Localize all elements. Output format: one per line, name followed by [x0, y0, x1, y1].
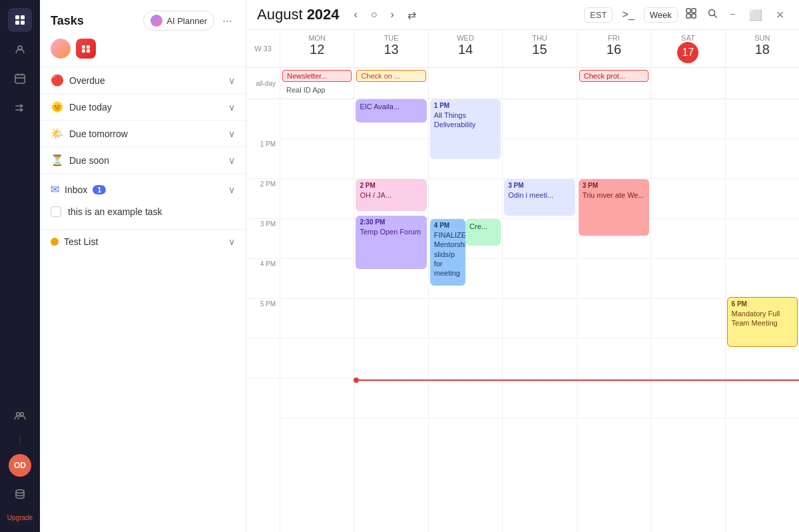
triumverate-event[interactable]: 3 PM Triu mver ate We...	[579, 179, 649, 236]
next-btn[interactable]: ›	[387, 6, 398, 23]
terminal-btn[interactable]: >_	[618, 6, 638, 23]
due-today-label: Due today	[69, 102, 112, 113]
maximize-btn[interactable]: ⬜	[745, 7, 766, 23]
calendar-month: August	[257, 6, 303, 23]
check-on-event[interactable]: Check on ...	[356, 70, 425, 82]
prev-btn[interactable]: ‹	[350, 6, 362, 23]
today-btn[interactable]: ○	[367, 6, 382, 23]
day-header-sun: SUN 18	[725, 30, 799, 67]
ai-planner-icon	[150, 15, 162, 27]
svg-rect-9	[82, 45, 85, 49]
nav-storage-icon[interactable]	[8, 482, 32, 506]
titlebar-left: August 2024 ‹ ○ › ⇄	[257, 6, 420, 24]
day-col-fri: 3 PM Triu mver ate We...	[577, 99, 651, 532]
task-checkbox[interactable]	[51, 206, 61, 217]
svg-point-6	[17, 413, 20, 416]
check-prot-event[interactable]: Check prot...	[579, 70, 649, 82]
minimize-btn[interactable]: −	[726, 7, 740, 22]
test-list-label: Test List	[64, 236, 98, 247]
week-number: W 33	[246, 30, 280, 67]
time-slot-1pm: 1 PM	[246, 139, 280, 179]
grid-view-btn[interactable]	[683, 5, 699, 24]
day-header-fri: FRI 16	[577, 30, 651, 67]
eic-available-title: EIC Availa...	[360, 102, 422, 111]
odin-title: Odin i meeti...	[508, 190, 571, 200]
sidebar: Tasks AI Planner ··· 🔴 Overdue ∨ 🌞	[40, 0, 246, 532]
time-slot-5pm: 5 PM	[246, 299, 280, 339]
svg-rect-11	[82, 49, 85, 53]
day-header-thu: THU 15	[502, 30, 576, 67]
due-today-header[interactable]: 🌞 Due today ∨	[40, 94, 246, 120]
svg-rect-1	[21, 15, 25, 19]
day-col-mon	[280, 99, 354, 532]
list-icons	[40, 39, 246, 67]
left-navigation: OD Upgrade	[0, 0, 40, 532]
due-tomorrow-section: 🌤️ Due tomorrow ∨	[40, 120, 246, 146]
task-item[interactable]: this is an example task	[40, 201, 246, 222]
time-slot-2pm: 2 PM	[246, 179, 280, 219]
finalize-event[interactable]: 4 PM FINALIZE Mentorship slids/p for mee…	[430, 219, 465, 286]
all-day-cell-tue: Check on ...	[354, 68, 427, 99]
due-tomorrow-label: Due tomorrow	[69, 129, 128, 139]
upgrade-label[interactable]: Upgrade	[5, 511, 35, 524]
eic-available-event[interactable]: EIC Availa...	[356, 99, 426, 123]
calendar-grid: W 33 MON 12 TUE 13 WED 14 THU 15	[246, 30, 799, 532]
overdue-header[interactable]: 🔴 Overdue ∨	[40, 67, 246, 93]
day-name-sat: SAT	[681, 34, 695, 42]
nav-groups-icon[interactable]	[8, 403, 32, 427]
all-day-cell-mon: Newsletter... Real ID App	[280, 68, 354, 99]
real-id-app-text: Real ID App	[282, 83, 352, 97]
day-header-wed: WED 14	[428, 30, 502, 67]
day-header-tue: TUE 13	[354, 30, 427, 67]
overdue-left: 🔴 Overdue	[51, 74, 105, 87]
due-today-section: 🌞 Due today ∨	[40, 93, 246, 120]
inbox-icon: ✉	[51, 183, 59, 196]
cre-event[interactable]: Cre...	[465, 219, 501, 246]
all-things-deliverability-event[interactable]: 1 PM All Things Deliverability	[430, 99, 501, 159]
titlebar: August 2024 ‹ ○ › ⇄ EST >_ Week − ⬜ ✕	[246, 0, 799, 30]
day-name-wed: WED	[457, 34, 474, 42]
user-avatar[interactable]: OD	[9, 454, 31, 477]
calendar-year: 2024	[307, 6, 340, 23]
test-list-header[interactable]: Test List ∨	[40, 230, 246, 254]
finalize-title: FINALIZE Mentorship slids/p for meeting	[434, 230, 461, 278]
search-btn[interactable]	[704, 5, 720, 24]
time-slot-4pm: 4 PM	[246, 259, 280, 299]
time-slot-bottom	[246, 379, 280, 419]
due-soon-label: Due soon	[69, 155, 109, 166]
odin-meeting-event[interactable]: 3 PM Odin i meeti...	[504, 179, 575, 216]
close-btn[interactable]: ✕	[772, 7, 788, 23]
calendar-title: August 2024	[257, 6, 340, 23]
due-soon-header[interactable]: ⏳ Due soon ∨	[40, 147, 246, 173]
list-icon-circle[interactable]	[51, 39, 71, 59]
temp-open-forum-event[interactable]: 2:30 PM Temp Open Forum	[356, 216, 426, 269]
due-today-chevron: ∨	[228, 102, 235, 113]
time-slot-empty	[246, 99, 280, 139]
list-icon-red[interactable]	[76, 39, 96, 59]
time-slot-6pm: 6:53	[246, 339, 280, 379]
day-num-fri: 16	[607, 42, 621, 57]
more-options-button[interactable]: ···	[220, 11, 235, 31]
finalize-time: 4 PM	[434, 222, 461, 229]
nav-shuffle-icon[interactable]	[8, 96, 32, 120]
newsletter-event[interactable]: Newsletter...	[282, 70, 352, 82]
due-today-left: 🌞 Due today	[51, 101, 112, 113]
mandatory-meeting-event[interactable]: 6 PM Mandatory Full Team Meeting	[727, 297, 798, 347]
overdue-section: 🔴 Overdue ∨	[40, 67, 246, 93]
day-num-mon: 12	[310, 42, 324, 57]
all-day-cell-fri: Check prot...	[577, 68, 651, 99]
ai-planner-button[interactable]: AI Planner	[143, 11, 214, 31]
ai-planner-label: AI Planner	[166, 16, 207, 26]
svg-rect-3	[21, 21, 25, 25]
all-day-cell-sat	[651, 68, 724, 99]
inbox-header[interactable]: ✉ Inbox 1 ∨	[40, 180, 246, 201]
refresh-btn[interactable]: ⇄	[403, 6, 420, 24]
cre-title: Cre...	[469, 222, 497, 231]
oh-ja-event[interactable]: 2 PM OH / JA...	[356, 179, 426, 211]
nav-contacts-icon[interactable]	[8, 37, 32, 61]
due-soon-chevron: ∨	[228, 155, 235, 166]
due-tomorrow-header[interactable]: 🌤️ Due tomorrow ∨	[40, 121, 246, 146]
nav-tasks-icon[interactable]	[8, 8, 32, 32]
nav-calendar-icon[interactable]	[8, 67, 32, 91]
view-selector[interactable]: Week	[644, 7, 678, 23]
